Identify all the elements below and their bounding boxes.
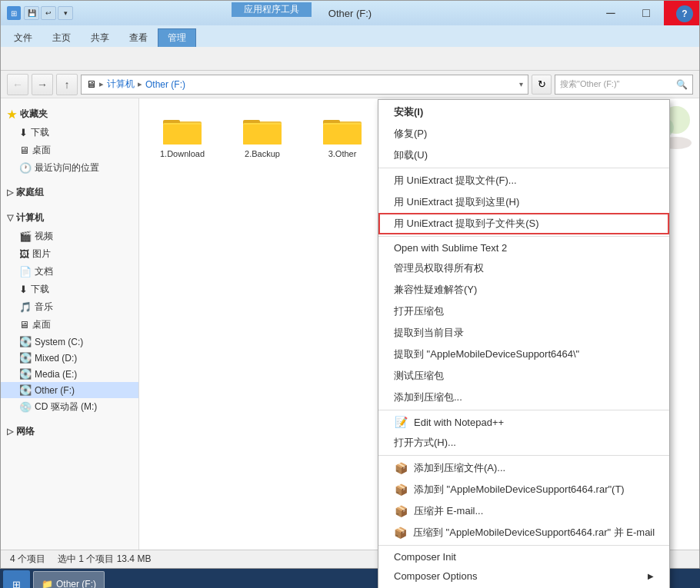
notepad-icon: 📝 (394, 416, 408, 428)
undo-icon[interactable]: ↩ (41, 6, 56, 20)
file-item-other[interactable]: 3.Other (312, 111, 373, 161)
tab-home[interactable]: 主页 (42, 28, 81, 47)
sidebar-homegroup-header[interactable]: ▷ 家庭组 (1, 183, 138, 202)
music-label: 音乐 (35, 301, 53, 314)
ctx-composer-options[interactable]: Composer Options ▶ (378, 566, 669, 586)
ctx-test-archive[interactable]: 测试压缩包 (378, 365, 669, 387)
homegroup-label: 家庭组 (16, 186, 44, 199)
drive-m-icon: 💿 (19, 401, 32, 413)
star-icon: ★ (7, 108, 17, 121)
drive-e-label: Media (E:) (35, 369, 77, 380)
back-button[interactable]: ← (7, 74, 28, 95)
ctx-sep4 (378, 455, 669, 456)
maximize-button[interactable]: □ (628, 1, 664, 25)
sidebar-item-drive-c[interactable]: 💽 System (C:) (1, 334, 138, 350)
sidebar-item-download[interactable]: ⬇ 下载 (1, 124, 138, 141)
sidebar-item-pictures[interactable]: 🖼 图片 (1, 245, 138, 263)
search-box[interactable]: 搜索"Other (F:)" 🔍 (555, 75, 693, 95)
rar-icon3: 📦 (394, 505, 408, 517)
ctx-install[interactable]: 安装(I) (378, 101, 669, 123)
download-icon: ⬇ (19, 127, 28, 138)
up-button[interactable]: ↑ (56, 74, 78, 95)
sidebar: ★ 收藏夹 ⬇ 下载 🖥 桌面 🕐 最近访问的位置 (1, 98, 139, 550)
ctx-uninstall[interactable]: 卸载(U) (378, 145, 669, 166)
taskbar-icon: 📁 (42, 579, 53, 588)
ctx-open-with[interactable]: 打开方式(H)... (378, 432, 669, 453)
drive-f-icon: 💽 (19, 384, 32, 396)
quick-save-icon[interactable]: 💾 (24, 6, 39, 20)
taskbar-explorer-item[interactable]: 📁 Other (F:) (33, 571, 105, 588)
ctx-composer-init[interactable]: Composer Init (378, 547, 669, 566)
network-expand-icon: ▷ (7, 427, 13, 437)
ctx-open-archive[interactable]: 打开压缩包 (378, 301, 669, 322)
sidebar-item-video[interactable]: 🎬 视频 (1, 228, 138, 245)
pictures-label: 图片 (32, 247, 51, 261)
ctx-sep5 (378, 545, 669, 546)
sidebar-item-drive-d[interactable]: 💽 Mixed (D:) (1, 350, 138, 366)
ctx-uniextract-files[interactable]: 用 UniExtract 提取文件(F)... (378, 170, 669, 191)
ribbon: 文件 主页 共享 查看 管理 (1, 25, 699, 71)
forward-button[interactable]: → (32, 74, 53, 95)
tab-view[interactable]: 查看 (119, 28, 158, 47)
sidebar-item-drive-f[interactable]: 💽 Other (F:) (1, 382, 138, 398)
file-item-backup[interactable]: 2.Backup (232, 111, 293, 161)
explorer-window: ⊞ 💾 ↩ ▾ 应用程序工具 Other (F:) ─ □ ✕ ? 文件 主页 … (0, 0, 700, 569)
ctx-add-archive[interactable]: 添加到压缩包... (378, 387, 669, 408)
sidebar-item-desktop[interactable]: 🖥 桌面 (1, 141, 138, 159)
address-dropdown[interactable]: ▾ (519, 80, 523, 88)
ctx-uniextract-subfolder[interactable]: 用 UniExtract 提取到子文件夹(S) (378, 213, 669, 234)
network-label: 网络 (16, 425, 35, 438)
computer-expand-icon: ▽ (7, 213, 13, 223)
sidebar-item-drive-e[interactable]: 💽 Media (E:) (1, 366, 138, 382)
sidebar-item-downloads[interactable]: ⬇ 下载 (1, 281, 138, 298)
sidebar-network-header[interactable]: ▷ 网络 (1, 422, 138, 441)
sidebar-favorites-header[interactable]: ★ 收藏夹 (1, 105, 138, 124)
sidebar-item-desktop2[interactable]: 🖥 桌面 (1, 316, 138, 334)
tab-manage[interactable]: 管理 (158, 28, 196, 47)
computer-icon: 🖥 (86, 78, 96, 90)
address-computer[interactable]: 计算机 (107, 78, 135, 91)
refresh-button[interactable]: ↻ (532, 75, 552, 95)
address-bar[interactable]: 🖥 ▸ 计算机 ▸ Other (F:) ▾ (81, 75, 528, 95)
redo-icon[interactable]: ▾ (58, 6, 73, 20)
file-item-download[interactable]: 1.Download (152, 111, 213, 161)
quick-access-icons: 💾 ↩ ▾ (24, 6, 73, 20)
folder-icon-other (322, 114, 362, 146)
drive-d-icon: 💽 (19, 352, 32, 364)
sidebar-item-drive-m[interactable]: 💿 CD 驱动器 (M:) (1, 398, 138, 416)
ctx-sep1 (378, 168, 669, 168)
ctx-sublime[interactable]: Open with Sublime Text 2 (378, 238, 669, 257)
rar-icon4: 📦 (394, 527, 407, 539)
start-button[interactable]: ⊞ (3, 570, 30, 588)
separator2: ▸ (138, 79, 142, 89)
ctx-compress-email[interactable]: 📦 压缩并 E-mail... (378, 500, 669, 522)
ctx-uniextract-here[interactable]: 用 UniExtract 提取到这里(H) (378, 191, 669, 213)
sidebar-computer-header[interactable]: ▽ 计算机 (1, 208, 138, 228)
sidebar-item-recent[interactable]: 🕐 最近访问的位置 (1, 159, 138, 177)
address-drive[interactable]: Other (F:) (145, 79, 185, 90)
video-label: 视频 (35, 230, 53, 243)
ctx-compress-email-named[interactable]: 📦 压缩到 "AppleMobileDeviceSupport6464.rar"… (378, 522, 669, 543)
ctx-admin-ownership[interactable]: 管理员权取得所有权 (378, 257, 669, 279)
tab-file[interactable]: 文件 (4, 28, 42, 47)
sidebar-item-music[interactable]: 🎵 音乐 (1, 298, 138, 316)
ctx-repair[interactable]: 修复(P) (378, 123, 669, 145)
minimize-button[interactable]: ─ (593, 1, 628, 25)
tab-share[interactable]: 共享 (81, 28, 119, 47)
sidebar-network-section: ▷ 网络 (1, 422, 138, 441)
ctx-add-rar-named[interactable]: 📦 添加到 "AppleMobileDeviceSupport6464.rar"… (378, 479, 669, 500)
title-bar-left: ⊞ 💾 ↩ ▾ 应用程序工具 (7, 6, 73, 20)
sidebar-item-documents[interactable]: 📄 文档 (1, 263, 138, 281)
ctx-extract-current[interactable]: 提取到当前目录 (378, 322, 669, 344)
rar-icon1: 📦 (394, 462, 408, 474)
computer-label: 计算机 (16, 211, 44, 224)
file-label-backup: 2.Backup (245, 149, 280, 158)
ctx-add-rar[interactable]: 📦 添加到压缩文件(A)... (378, 457, 669, 479)
ctx-notepad[interactable]: 📝 Edit with Notepad++ (378, 412, 669, 432)
ctx-extract-folder[interactable]: 提取到 "AppleMobileDeviceSupport6464\" (378, 344, 669, 365)
ctx-compatibility[interactable]: 兼容性疑难解答(Y) (378, 279, 669, 301)
help-button[interactable]: ? (676, 5, 693, 22)
drive-m-label: CD 驱动器 (M:) (35, 400, 97, 414)
expand-icon: ▷ (7, 188, 13, 198)
downloads-label: 下载 (31, 283, 49, 296)
